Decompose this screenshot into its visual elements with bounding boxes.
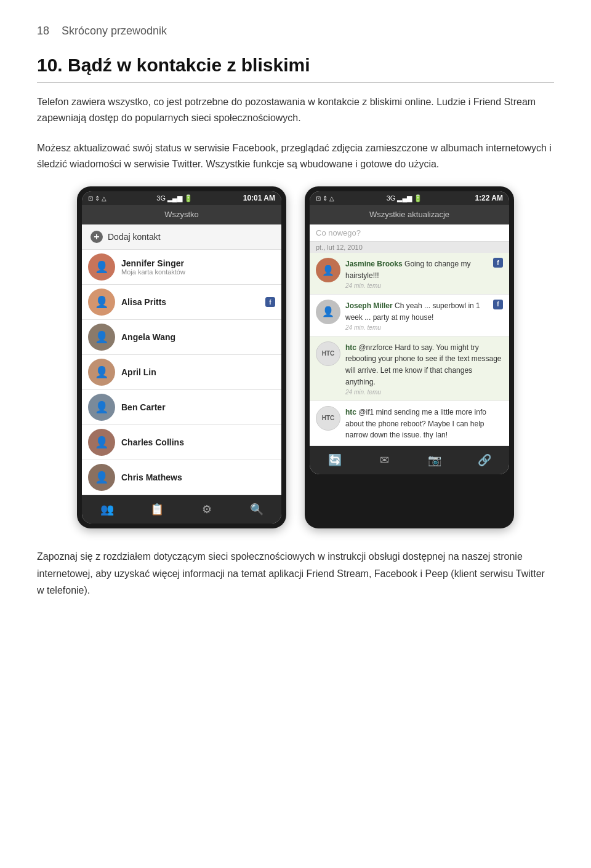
update-time: 24 min. temu <box>345 389 503 396</box>
htc-logo: HTC <box>316 406 340 431</box>
status-icons-right: ⊡ ⇕ △ <box>316 195 334 202</box>
phone-bottom-bar-left: 👥 📋 ⚙ 🔍 <box>82 495 281 524</box>
network-left: 3G ▂▄▆ 🔋 <box>156 194 193 202</box>
contact-avatar: 👤 <box>88 359 115 386</box>
contact-info: Jennifer SingerMoja karta kontaktów <box>121 258 275 276</box>
nav-bar-left: Wszystko <box>82 205 281 225</box>
bottom-icon-4[interactable]: 🔍 <box>246 500 268 519</box>
update-content: htc @nrzforce Hard to say. You might try… <box>345 341 503 396</box>
bottom-icon-r3[interactable]: 📷 <box>424 451 446 469</box>
update-item[interactable]: HTChtc @if1 mind sending me a little mor… <box>310 401 509 446</box>
time-left: 10:01 AM <box>243 194 275 202</box>
contact-info: April Lin <box>121 367 275 377</box>
intro-paragraph-2: Możesz aktualizować swój status w serwis… <box>37 140 554 172</box>
contact-name: Jennifer Singer <box>121 258 275 268</box>
status-icons-symbols: ⊡ ⇕ △ <box>88 195 107 202</box>
contact-avatar: 👤 <box>88 464 115 491</box>
contact-info: Angela Wang <box>121 332 275 342</box>
updates-list: 👤Jasmine Brooks Going to change my hairs… <box>310 253 509 446</box>
contact-sub: Moja karta kontaktów <box>121 268 275 276</box>
contact-avatar: 👤 <box>88 394 115 421</box>
update-item[interactable]: HTChtc @nrzforce Hard to say. You might … <box>310 336 509 401</box>
date-separator: pt., lut 12, 2010 <box>310 242 509 253</box>
contact-name: Chris Mathews <box>121 472 275 482</box>
phone-right-screen: ⊡ ⇕ △ 3G ▂▄▆ 🔋 1:22 AM Wszystkie aktuali… <box>310 191 509 474</box>
bottom-icon-2[interactable]: 📋 <box>146 500 168 519</box>
update-avatar: 👤 <box>316 258 340 282</box>
status-icons-left: ⊡ ⇕ △ <box>88 195 107 202</box>
update-item[interactable]: 👤Joseph Miller Ch yeah ... superbowl in … <box>310 295 509 336</box>
update-name: Joseph Miller <box>345 301 395 310</box>
contact-name: Alisa Pritts <box>121 297 259 307</box>
update-content: Jasmine Brooks Going to change my hairst… <box>345 258 488 289</box>
contact-info: Chris Mathews <box>121 472 275 482</box>
phone-left-screen: ⊡ ⇕ △ 3G ▂▄▆ 🔋 10:01 AM Wszystko + Dodaj… <box>82 191 281 524</box>
contact-avatar: 👤 <box>88 253 115 281</box>
nav-bar-right: Wszystkie aktualizacje <box>310 205 509 225</box>
update-text: @nrzforce Hard to say. You might try reb… <box>345 343 502 386</box>
update-time: 24 min. temu <box>345 324 488 331</box>
page-label: Skrócony przewodnik <box>62 25 167 38</box>
status-bar-right: ⊡ ⇕ △ 3G ▂▄▆ 🔋 1:22 AM <box>310 191 509 205</box>
bottom-icon-r2[interactable]: ✉ <box>374 451 396 469</box>
bottom-icon-1[interactable]: 👥 <box>96 500 118 519</box>
status-icons-symbols-right: ⊡ ⇕ △ <box>316 195 334 202</box>
section-title: 10. Bądź w kontakcie z bliskimi <box>37 55 554 83</box>
nav-label-left: Wszystko <box>164 210 199 219</box>
update-item[interactable]: 👤Jasmine Brooks Going to change my hairs… <box>310 253 509 295</box>
plus-icon: + <box>90 231 103 243</box>
page-number: 18 <box>37 25 49 38</box>
contact-name: Charles Collins <box>121 437 275 447</box>
fb-badge: f <box>493 258 503 268</box>
contact-name: Ben Carter <box>121 402 275 412</box>
bottom-icon-r1[interactable]: 🔄 <box>324 451 346 469</box>
search-placeholder: Co nowego? <box>316 228 361 237</box>
time-right: 1:22 AM <box>475 194 503 202</box>
status-bar-left: ⊡ ⇕ △ 3G ▂▄▆ 🔋 10:01 AM <box>82 191 281 205</box>
update-name: htc <box>345 408 358 416</box>
contact-item[interactable]: 👤Chris Mathews <box>82 460 281 495</box>
contact-item[interactable]: 👤Alisa Prittsf <box>82 285 281 320</box>
nav-label-right: Wszystkie aktualizacje <box>369 210 449 219</box>
contact-list: 👤Jennifer SingerMoja karta kontaktów👤Ali… <box>82 250 281 495</box>
contact-avatar: 👤 <box>88 429 115 456</box>
update-avatar: 👤 <box>316 300 340 324</box>
phones-container: ⊡ ⇕ △ 3G ▂▄▆ 🔋 10:01 AM Wszystko + Dodaj… <box>37 186 554 528</box>
contact-info: Ben Carter <box>121 402 275 412</box>
contact-item[interactable]: 👤Jennifer SingerMoja karta kontaktów <box>82 250 281 285</box>
network-right: 3G ▂▄▆ 🔋 <box>387 194 423 202</box>
intro-paragraph-1: Telefon zawiera wszystko, co jest potrze… <box>37 94 554 125</box>
phone-bottom-bar-right: 🔄 ✉ 📷 🔗 <box>310 446 509 474</box>
update-name: htc <box>345 343 358 352</box>
page-header: 18 Skrócony przewodnik <box>37 25 554 40</box>
update-search-bar[interactable]: Co nowego? <box>310 225 509 242</box>
contact-item[interactable]: 👤April Lin <box>82 355 281 390</box>
htc-logo: HTC <box>316 341 340 366</box>
update-content: htc @if1 mind sending me a little more i… <box>345 406 503 440</box>
update-name: Jasmine Brooks <box>345 260 404 268</box>
phone-left: ⊡ ⇕ △ 3G ▂▄▆ 🔋 10:01 AM Wszystko + Dodaj… <box>77 186 286 528</box>
contact-item[interactable]: 👤Charles Collins <box>82 425 281 460</box>
phone-right: ⊡ ⇕ △ 3G ▂▄▆ 🔋 1:22 AM Wszystkie aktuali… <box>305 186 514 528</box>
update-text: @if1 mind sending me a little more info … <box>345 408 486 440</box>
update-time: 24 min. temu <box>345 282 488 289</box>
fb-badge: f <box>493 300 503 309</box>
footer-text: Zapoznaj się z rozdziałem dotyczącym sie… <box>37 548 554 599</box>
bottom-icon-r4[interactable]: 🔗 <box>473 451 496 469</box>
contact-name: April Lin <box>121 367 275 377</box>
fb-badge: f <box>265 297 275 307</box>
contact-item[interactable]: 👤Angela Wang <box>82 320 281 355</box>
contact-info: Charles Collins <box>121 437 275 447</box>
add-contact-label: Dodaj kontakt <box>108 232 161 242</box>
contact-avatar: 👤 <box>88 324 115 351</box>
contact-info: Alisa Pritts <box>121 297 259 307</box>
add-contact-button[interactable]: + Dodaj kontakt <box>82 225 281 250</box>
contact-avatar: 👤 <box>88 289 115 316</box>
update-content: Joseph Miller Ch yeah ... superbowl in 1… <box>345 300 488 331</box>
bottom-icon-3[interactable]: ⚙ <box>196 500 218 519</box>
contact-name: Angela Wang <box>121 332 275 342</box>
contact-item[interactable]: 👤Ben Carter <box>82 390 281 425</box>
